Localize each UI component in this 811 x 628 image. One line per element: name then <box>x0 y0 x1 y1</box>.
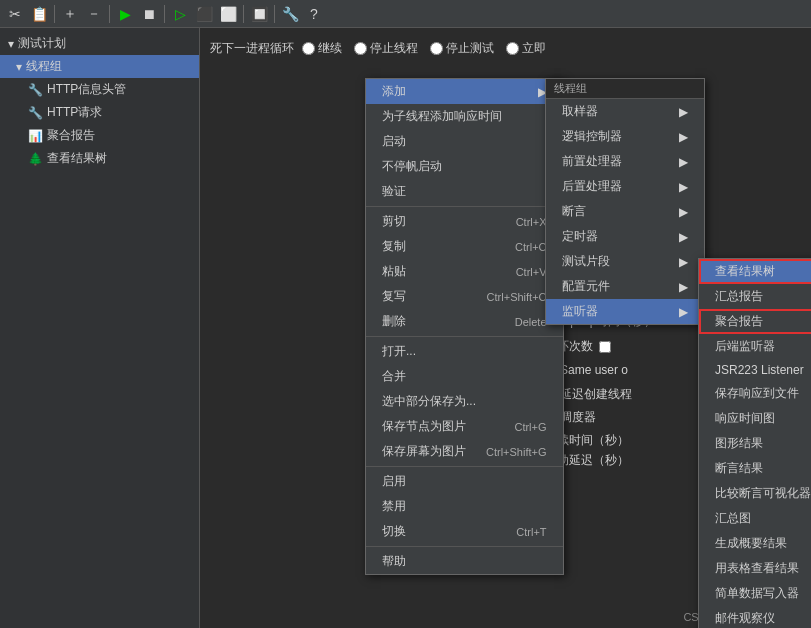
toolbar-separator-1 <box>54 5 55 23</box>
menu-item-compare-assertion[interactable]: 比较断言可视化器 <box>699 481 811 506</box>
menu-item-disable[interactable]: 禁用 <box>366 494 563 519</box>
toolbar-btn-5[interactable]: ⬛ <box>193 3 215 25</box>
sidebar-item-http-header[interactable]: 🔧 HTTP信息头管 <box>0 78 199 101</box>
radio-continue[interactable]: 继续 <box>302 40 342 57</box>
menu-item-open[interactable]: 打开... <box>366 339 563 364</box>
main-area: ▾ 测试计划 ▾ 线程组 🔧 HTTP信息头管 🔧 HTTP请求 📊 聚合报告 … <box>0 28 811 628</box>
sidebar-test-plan-label: 测试计划 <box>18 35 66 52</box>
toolbar-separator-3 <box>164 5 165 23</box>
menu-item-test-fragment[interactable]: 测试片段 ▶ <box>546 249 704 274</box>
menu-item-summary-graph[interactable]: 汇总图 <box>699 506 811 531</box>
menu-item-aggregate-report-listener[interactable]: 聚合报告 <box>699 309 811 334</box>
menu-item-generate-summary[interactable]: 生成概要结果 <box>699 531 811 556</box>
toolbar-btn-settings[interactable]: 🔧 <box>279 3 301 25</box>
toolbar-btn-help[interactable]: ? <box>303 3 325 25</box>
context-menu-listener: 查看结果树 汇总报告 聚合报告 后端监听器 JSR223 Listener 保存… <box>698 258 811 628</box>
toolbar-btn-6[interactable]: ⬜ <box>217 3 239 25</box>
menu-item-pre-processor[interactable]: 前置处理器 ▶ <box>546 149 704 174</box>
menu-item-save-screen-image[interactable]: 保存屏幕为图片 Ctrl+Shift+G <box>366 439 563 464</box>
row-action: 死下一进程循环 继续 停止线程 停止测试 立即 <box>210 40 801 57</box>
fragment-arrow-icon: ▶ <box>679 255 688 269</box>
toolbar-btn-4[interactable]: － <box>83 3 105 25</box>
assertion-arrow-icon: ▶ <box>679 205 688 219</box>
config-arrow-icon: ▶ <box>679 280 688 294</box>
sidebar-item-test-plan[interactable]: ▾ 测试计划 <box>0 32 199 55</box>
toolbar: ✂ 📋 ＋ － ▶ ⏹ ▷ ⬛ ⬜ 🔲 🔧 ? <box>0 0 811 28</box>
thread-config-panel: 死下一进程循环 继续 停止线程 停止测试 立即 <box>210 36 801 61</box>
menu-item-jsr223-listener[interactable]: JSR223 Listener <box>699 359 811 381</box>
sidebar-view-results-label: 查看结果树 <box>47 150 107 167</box>
menu-item-logic-controller[interactable]: 逻辑控制器 ▶ <box>546 124 704 149</box>
menu-item-timer[interactable]: 定时器 ▶ <box>546 224 704 249</box>
menu-item-copy[interactable]: 复制 Ctrl+C <box>366 234 563 259</box>
sidebar-http-request-label: HTTP请求 <box>47 104 102 121</box>
toolbar-btn-1[interactable]: ✂ <box>4 3 26 25</box>
view-results-icon: 🌲 <box>28 152 43 166</box>
menu-item-add[interactable]: 添加 ▶ <box>366 79 563 104</box>
menu-item-post-processor[interactable]: 后置处理器 ▶ <box>546 174 704 199</box>
toolbar-btn-stop[interactable]: ⏹ <box>138 3 160 25</box>
submenu-header: 线程组 <box>546 79 704 99</box>
toolbar-btn-2[interactable]: 📋 <box>28 3 50 25</box>
post-arrow-icon: ▶ <box>679 180 688 194</box>
toolbar-btn-3[interactable]: ＋ <box>59 3 81 25</box>
sidebar-thread-group-label: 线程组 <box>26 58 62 75</box>
menu-item-view-results-table[interactable]: 用表格查看结果 <box>699 556 811 581</box>
menu-item-assertion-results[interactable]: 断言结果 <box>699 456 811 481</box>
menu-item-help[interactable]: 帮助 <box>366 549 563 574</box>
menu-item-mail-viewer[interactable]: 邮件观察仪 <box>699 606 811 628</box>
sidebar-item-view-results[interactable]: 🌲 查看结果树 <box>0 147 199 170</box>
menu-item-enable[interactable]: 启用 <box>366 469 563 494</box>
menu-item-simple-data-writer[interactable]: 简单数据写入器 <box>699 581 811 606</box>
sidebar-item-aggregate-report[interactable]: 📊 聚合报告 <box>0 124 199 147</box>
menu-item-graph-results[interactable]: 图形结果 <box>699 431 811 456</box>
menu-item-view-results-tree[interactable]: 查看结果树 <box>699 259 811 284</box>
menu-item-delete[interactable]: 删除 Delete <box>366 309 563 334</box>
sidebar-item-thread-group[interactable]: ▾ 线程组 <box>0 55 199 78</box>
radio-stop-thread[interactable]: 停止线程 <box>354 40 418 57</box>
menu-item-config-element[interactable]: 配置元件 ▶ <box>546 274 704 299</box>
menu-item-add-response-time[interactable]: 为子线程添加响应时间 <box>366 104 563 129</box>
menu-item-save-selection[interactable]: 选中部分保存为... <box>366 389 563 414</box>
menu-sep-3 <box>366 466 563 467</box>
checkbox-infinite[interactable] <box>599 341 611 353</box>
menu-item-toggle[interactable]: 切换 Ctrl+T <box>366 519 563 544</box>
menu-item-merge[interactable]: 合并 <box>366 364 563 389</box>
sidebar-item-http-request[interactable]: 🔧 HTTP请求 <box>0 101 199 124</box>
sidebar-http-header-label: HTTP信息头管 <box>47 81 126 98</box>
menu-sep-4 <box>366 546 563 547</box>
content-area: 死下一进程循环 继续 停止线程 停止测试 立即 添加 ▶ 为子线程添加响应时间 … <box>200 28 811 628</box>
menu-item-listener[interactable]: 监听器 ▶ <box>546 299 704 324</box>
context-menu-add-sub: 线程组 取样器 ▶ 逻辑控制器 ▶ 前置处理器 ▶ 后置处理器 ▶ 断言 ▶ <box>545 78 705 325</box>
menu-item-assertion[interactable]: 断言 ▶ <box>546 199 704 224</box>
menu-item-start[interactable]: 启动 <box>366 129 563 154</box>
toolbar-separator-5 <box>274 5 275 23</box>
context-menu-main: 添加 ▶ 为子线程添加响应时间 启动 不停帆启动 验证 剪切 Ctrl+X 复制 <box>365 78 564 575</box>
radio-stop-test[interactable]: 停止测试 <box>430 40 494 57</box>
radio-start-now[interactable]: 立即 <box>506 40 546 57</box>
menu-item-backend-listener[interactable]: 后端监听器 <box>699 334 811 359</box>
toolbar-btn-run[interactable]: ▶ <box>114 3 136 25</box>
menu-item-duplicate[interactable]: 复写 Ctrl+Shift+C <box>366 284 563 309</box>
test-plan-icon: ▾ <box>8 37 14 51</box>
menu-item-sampler[interactable]: 取样器 ▶ <box>546 99 704 124</box>
menu-item-save-response[interactable]: 保存响应到文件 <box>699 381 811 406</box>
menu-item-no-stop-start[interactable]: 不停帆启动 <box>366 154 563 179</box>
thread-group-icon: ▾ <box>16 60 22 74</box>
toolbar-btn-clear[interactable]: 🔲 <box>248 3 270 25</box>
toolbar-btn-remote-run[interactable]: ▷ <box>169 3 191 25</box>
listener-arrow-icon: ▶ <box>679 305 688 319</box>
aggregate-icon: 📊 <box>28 129 43 143</box>
menu-sep-2 <box>366 336 563 337</box>
menu-item-paste[interactable]: 粘贴 Ctrl+V <box>366 259 563 284</box>
menu-item-validate[interactable]: 验证 <box>366 179 563 204</box>
toolbar-separator-2 <box>109 5 110 23</box>
toolbar-separator-4 <box>243 5 244 23</box>
menu-item-save-node-image[interactable]: 保存节点为图片 Ctrl+G <box>366 414 563 439</box>
menu-item-response-time-graph[interactable]: 响应时间图 <box>699 406 811 431</box>
menu-sep-1 <box>366 206 563 207</box>
timer-arrow-icon: ▶ <box>679 230 688 244</box>
menu-item-cut[interactable]: 剪切 Ctrl+X <box>366 209 563 234</box>
logic-arrow-icon: ▶ <box>679 130 688 144</box>
menu-item-summary-report[interactable]: 汇总报告 <box>699 284 811 309</box>
